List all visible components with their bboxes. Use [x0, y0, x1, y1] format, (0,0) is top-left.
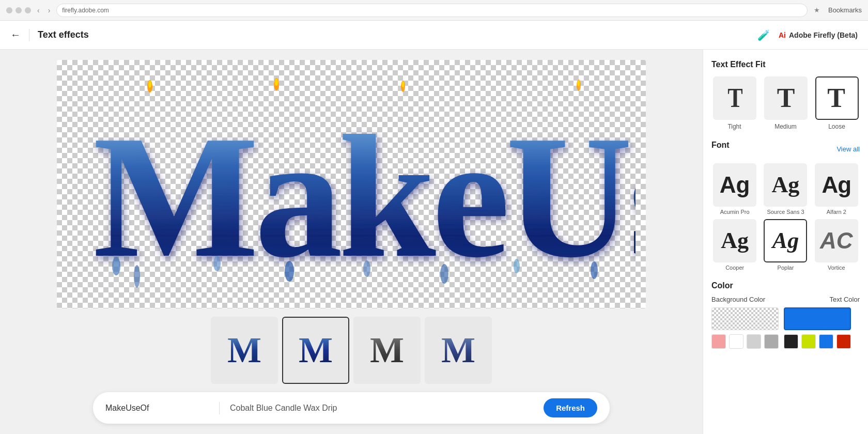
- bg-swatches: [711, 334, 779, 349]
- canvas-image: MakeUseOf MakeUseOf: [57, 60, 646, 308]
- color-section: Color Background Color Text Color: [711, 281, 860, 349]
- font-source-sans-3-preview: Ag: [772, 174, 800, 196]
- main-content: MakeUseOf MakeUseOf: [0, 50, 868, 434]
- view-all-link[interactable]: View all: [836, 145, 860, 153]
- thumbnail-2[interactable]: M: [282, 317, 349, 384]
- font-alfarn-2[interactable]: Ag Alfarn 2: [813, 163, 860, 215]
- fit-medium-letter: T: [777, 85, 795, 112]
- right-panel: Text Effect Fit T Tight T Medium T Loose: [703, 50, 868, 434]
- refresh-button[interactable]: Refresh: [544, 398, 597, 417]
- svg-point-9: [591, 261, 598, 279]
- color-subheaders: Background Color Text Color: [711, 296, 860, 303]
- svg-point-15: [402, 81, 405, 87]
- svg-point-4: [213, 256, 221, 271]
- bg-color-label: Background Color: [711, 296, 786, 303]
- thumb-letter-1: M: [227, 330, 261, 371]
- thumbnails-row: M M M M: [211, 317, 492, 384]
- color-header: Color: [711, 281, 860, 290]
- canvas-wrapper: MakeUseOf MakeUseOf: [57, 60, 646, 308]
- bookmarks-icon: ★: [814, 6, 820, 14]
- bg-swatch-pink[interactable]: [711, 334, 726, 349]
- svg-point-3: [134, 265, 140, 288]
- text-swatch-lime[interactable]: [801, 334, 816, 349]
- bg-swatch-gray[interactable]: [764, 334, 779, 349]
- font-cooper[interactable]: Ag Cooper: [711, 219, 758, 271]
- font-cooper-box[interactable]: Ag: [713, 219, 756, 262]
- input-bar: Refresh: [93, 392, 610, 424]
- font-acumin-pro-label: Acumin Pro: [720, 209, 750, 215]
- font-vortice[interactable]: AC Vortice: [813, 219, 860, 271]
- font-source-sans-3-label: Source Sans 3: [767, 209, 804, 215]
- font-section-title: Font: [711, 141, 730, 150]
- adobe-logo: Ai Adobe Firefly (Beta): [779, 31, 858, 39]
- svg-point-8: [514, 259, 520, 273]
- font-acumin-pro-preview: Ag: [720, 174, 750, 196]
- fit-tight-box[interactable]: T: [713, 76, 756, 120]
- text-swatch-black[interactable]: [784, 334, 798, 349]
- input-divider: [219, 402, 220, 414]
- svg-point-17: [578, 80, 580, 86]
- fit-loose-label: Loose: [828, 123, 845, 130]
- text-swatch-blue-large[interactable]: [784, 307, 851, 330]
- font-poplar-preview: Ag: [772, 229, 799, 252]
- font-alfarn-2-label: Alfarn 2: [827, 209, 846, 215]
- font-cooper-label: Cooper: [725, 265, 744, 271]
- forward-nav[interactable]: ›: [48, 6, 51, 14]
- thumbnail-1[interactable]: M: [211, 317, 278, 384]
- bg-swatch-lightgray[interactable]: [747, 334, 761, 349]
- bg-swatch-transparent[interactable]: [711, 307, 779, 330]
- font-poplar-box[interactable]: Ag: [764, 219, 807, 262]
- font-source-sans-3-box[interactable]: Ag: [764, 163, 807, 207]
- prompt-input[interactable]: [230, 404, 535, 413]
- fit-section-title: Text Effect Fit: [711, 60, 860, 69]
- bg-swatch-white[interactable]: [729, 334, 743, 349]
- text-input[interactable]: [105, 404, 209, 413]
- svg-point-13: [275, 79, 278, 86]
- address-bar[interactable]: firefly.adobe.com: [56, 4, 808, 17]
- fit-loose-box[interactable]: T: [815, 76, 859, 120]
- font-poplar[interactable]: Ag Poplar: [762, 219, 809, 271]
- fit-medium-label: Medium: [774, 123, 797, 130]
- font-vortice-box[interactable]: AC: [815, 219, 858, 262]
- font-cooper-preview: Ag: [721, 229, 749, 252]
- page-title: Text effects: [38, 29, 89, 40]
- text-swatches: [784, 334, 851, 349]
- fit-medium-box[interactable]: T: [764, 76, 808, 120]
- font-source-sans-3[interactable]: Ag Source Sans 3: [762, 163, 809, 215]
- svg-point-5: [285, 261, 294, 282]
- font-grid: Ag Acumin Pro Ag Source Sans 3 Ag Alf: [711, 163, 860, 271]
- font-poplar-label: Poplar: [778, 265, 794, 271]
- font-alfarn-2-box[interactable]: Ag: [815, 163, 858, 207]
- fit-medium[interactable]: T Medium: [763, 76, 809, 130]
- svg-point-6: [363, 260, 370, 277]
- thumbnail-4[interactable]: M: [425, 317, 492, 384]
- firefly-label: Adobe Firefly (Beta): [789, 31, 858, 39]
- browser-max: [25, 7, 31, 13]
- back-nav[interactable]: ‹: [37, 6, 40, 14]
- browser-controls: [6, 7, 31, 13]
- thumb-letter-3: M: [370, 330, 404, 371]
- text-color-label: Text Color: [786, 296, 860, 303]
- text-swatch-red[interactable]: [836, 334, 851, 349]
- text-swatch-blue[interactable]: [819, 334, 833, 349]
- fit-tight[interactable]: T Tight: [711, 76, 757, 130]
- font-acumin-pro[interactable]: Ag Acumin Pro: [711, 163, 758, 215]
- font-vortice-label: Vortice: [828, 265, 845, 271]
- color-section-title: Color: [711, 281, 733, 290]
- svg-point-7: [440, 264, 448, 284]
- fit-tight-label: Tight: [727, 123, 741, 130]
- svg-point-11: [148, 81, 151, 88]
- fit-loose[interactable]: T Loose: [814, 76, 860, 130]
- app-header: ← Text effects 🧪 Ai Adobe Firefly (Beta): [0, 21, 868, 50]
- font-alfarn-2-preview: Ag: [822, 174, 851, 196]
- text-effect-svg: MakeUseOf MakeUseOf: [67, 60, 636, 307]
- svg-point-2: [112, 257, 120, 275]
- back-button[interactable]: ←: [10, 29, 21, 41]
- font-vortice-preview: AC: [820, 229, 853, 252]
- large-swatches-row: [711, 307, 860, 330]
- browser-min: [16, 7, 22, 13]
- font-acumin-pro-box[interactable]: Ag: [713, 163, 756, 207]
- thumbnail-3[interactable]: M: [353, 317, 421, 384]
- thumb-letter-4: M: [441, 330, 475, 371]
- flask-icon[interactable]: 🧪: [757, 29, 770, 41]
